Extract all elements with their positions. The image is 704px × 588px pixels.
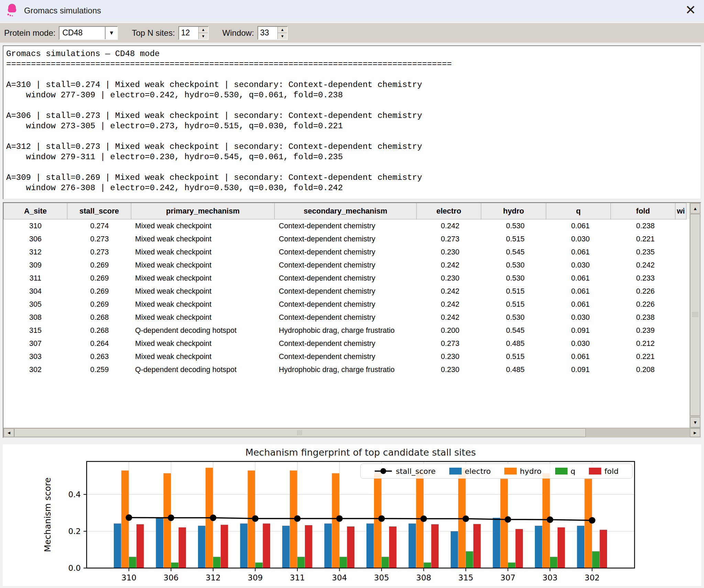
protein-mode-select[interactable]: CD48 ▼ — [59, 26, 118, 40]
table-cell: 0.269 — [67, 274, 132, 283]
scroll-left-icon[interactable]: ◄ — [4, 428, 14, 437]
fold-swatch-icon — [589, 468, 601, 475]
table-cell: 0.230 — [418, 352, 483, 361]
table-cell: Mixed weak checkpoint — [132, 300, 275, 309]
header-cell-a-site[interactable]: A_site — [3, 203, 67, 219]
table-cell: 0.268 — [67, 326, 132, 335]
header-cell-primary-mechanism[interactable]: primary_mechanism — [131, 203, 275, 219]
table-cell: 0.269 — [67, 287, 132, 296]
window-size-spinbox: ▲ ▼ — [257, 26, 288, 40]
table-cell: 0.030 — [548, 313, 613, 322]
vertical-scrollbar-thumb[interactable] — [690, 214, 700, 416]
table-cell: 0.226 — [613, 300, 678, 309]
table-row[interactable]: 3120.273Mixed weak checkpointContext-dep… — [3, 246, 690, 259]
table-cell: 0.212 — [613, 339, 678, 348]
svg-text:304: 304 — [332, 573, 347, 582]
table-cell: 0.545 — [483, 248, 548, 257]
protein-mode-value: CD48 — [59, 28, 105, 37]
results-table: A_site stall_score primary_mechanism sec… — [3, 202, 701, 438]
table-cell: 0.233 — [613, 274, 678, 283]
table-cell: Hydrophobic drag, charge frustratio — [275, 366, 418, 374]
app-icon — [5, 3, 19, 18]
chart-panel: 0.00.20.43103063123093113043053083153073… — [3, 444, 701, 586]
header-cell-q[interactable]: q — [546, 203, 611, 219]
table-row[interactable]: 3150.268Q-dependent decoding hotspotHydr… — [3, 324, 690, 337]
table-row[interactable]: 3030.263Mixed weak checkpointContext-dep… — [3, 350, 690, 363]
table-cell: 0.530 — [483, 313, 548, 322]
spin-down-icon[interactable]: ▼ — [278, 33, 287, 39]
window-titlebar: Gromacs simulations ✕ — [0, 0, 704, 21]
table-row[interactable]: 3060.273Mixed weak checkpointContext-dep… — [3, 232, 690, 246]
table-body: 3100.274Mixed weak checkpointContext-dep… — [3, 219, 690, 428]
horizontal-scrollbar-thumb[interactable] — [14, 428, 586, 437]
header-cell-secondary-mechanism[interactable]: secondary_mechanism — [274, 203, 417, 219]
table-row[interactable]: 3110.269Mixed weak checkpointContext-dep… — [3, 272, 690, 285]
table-cell: 309 — [3, 261, 67, 270]
top-n-input[interactable] — [179, 27, 198, 39]
header-cell-wi[interactable]: wi — [675, 203, 686, 219]
table-row[interactable]: 3040.269Mixed weak checkpointContext-dep… — [3, 285, 690, 298]
legend-item-fold: fold — [589, 467, 618, 476]
header-cell-fold[interactable]: fold — [610, 203, 675, 219]
scroll-up-icon[interactable]: ▲ — [690, 203, 700, 214]
svg-text:307: 307 — [500, 573, 516, 582]
table-cell: 0.030 — [548, 261, 613, 270]
table-cell: 0.091 — [548, 326, 613, 335]
table-cell: Q-dependent decoding hotspot — [132, 366, 275, 374]
table-cell: Context-dependent chemistry — [275, 274, 418, 283]
header-cell-hydro[interactable]: hydro — [481, 203, 546, 219]
table-cell: 306 — [3, 235, 67, 243]
header-cell-electro[interactable]: electro — [416, 203, 481, 219]
table-cell: 0.200 — [418, 326, 483, 335]
vertical-scrollbar[interactable]: ▲ ▼ — [690, 203, 701, 428]
table-cell: 0.515 — [483, 352, 548, 361]
table-cell: 0.485 — [483, 366, 548, 374]
table-cell: 0.515 — [483, 287, 548, 296]
table-cell: 0.221 — [613, 235, 678, 243]
table-row[interactable]: 3100.274Mixed weak checkpointContext-dep… — [3, 219, 690, 232]
close-button[interactable]: ✕ — [683, 2, 698, 18]
table-cell: Context-dependent chemistry — [275, 261, 418, 270]
table-cell: 0.264 — [67, 339, 132, 348]
spin-up-icon[interactable]: ▲ — [278, 27, 287, 33]
table-cell: 0.061 — [548, 300, 613, 309]
table-cell: 0.242 — [613, 261, 678, 270]
chevron-down-icon[interactable]: ▼ — [105, 27, 117, 39]
svg-text:0.0: 0.0 — [68, 564, 81, 573]
console-output[interactable]: Gromacs simulations — CD48 mode ========… — [3, 46, 701, 193]
table-cell: 0.530 — [483, 261, 548, 270]
table-cell: 0.274 — [67, 222, 132, 230]
table-row[interactable]: 3090.269Mixed weak checkpointContext-dep… — [3, 259, 690, 272]
header-cell-stall-score[interactable]: stall_score — [67, 203, 131, 219]
table-cell: Mixed weak checkpoint — [132, 235, 275, 243]
table-row[interactable]: 3070.264Mixed weak checkpointContext-dep… — [3, 337, 690, 350]
table-row[interactable]: 3020.259Q-dependent decoding hotspotHydr… — [3, 363, 690, 376]
spin-down-icon[interactable]: ▼ — [199, 33, 208, 39]
svg-text:306: 306 — [164, 573, 179, 582]
table-cell: 0.242 — [418, 287, 483, 296]
table-row[interactable]: 3080.268Mixed weak checkpointContext-dep… — [3, 311, 690, 324]
table-cell: 307 — [3, 339, 67, 348]
table-cell: 0.235 — [613, 248, 678, 257]
table-cell: 0.530 — [483, 222, 548, 230]
table-cell: 315 — [3, 326, 67, 335]
spin-up-icon[interactable]: ▲ — [199, 27, 208, 33]
table-cell: Context-dependent chemistry — [275, 287, 418, 296]
table-cell: 0.061 — [548, 248, 613, 257]
top-n-label: Top N sites: — [132, 28, 175, 38]
table-cell: 0.242 — [418, 222, 483, 230]
table-cell: Mixed weak checkpoint — [132, 222, 275, 230]
line-marker-icon — [374, 467, 393, 475]
table-cell: 0.263 — [67, 352, 132, 361]
svg-text:310: 310 — [121, 573, 136, 582]
window-size-input[interactable] — [258, 27, 277, 39]
scroll-down-icon[interactable]: ▼ — [690, 417, 700, 427]
table-row[interactable]: 3050.269Mixed weak checkpointContext-dep… — [3, 298, 690, 311]
table-cell: 0.226 — [613, 287, 678, 296]
svg-text:315: 315 — [458, 573, 473, 582]
table-cell: 0.268 — [67, 313, 132, 322]
table-cell: 0.230 — [418, 274, 483, 283]
horizontal-scrollbar[interactable]: ◄ ► — [3, 428, 701, 437]
table-cell: Hydrophobic drag, charge frustratio — [275, 326, 418, 335]
scroll-right-icon[interactable]: ► — [690, 428, 700, 437]
